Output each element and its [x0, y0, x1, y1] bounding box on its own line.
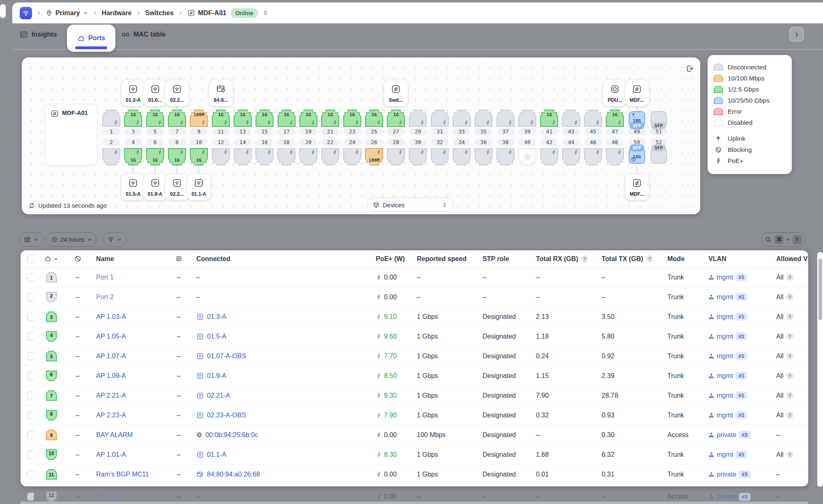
table-row[interactable]: 11–Ram's BGP MC11–84:80:94:a0:26:680.001…	[21, 465, 808, 484]
port-2[interactable]	[102, 148, 120, 165]
breadcrumb-device[interactable]: MDF-A01	[187, 9, 226, 17]
port-47[interactable]: 1G	[606, 110, 624, 127]
device-card[interactable]: 01.1-A	[187, 174, 211, 200]
connected-cell[interactable]: –	[187, 293, 372, 301]
breadcrumb-hardware[interactable]: Hardware	[102, 9, 132, 17]
table-row[interactable]: 4–AP 1.05-A–01.5-A9.601 GbpsDesignated1.…	[21, 327, 808, 346]
row-checkbox[interactable]	[21, 411, 34, 419]
port-25[interactable]: 1G	[365, 110, 383, 127]
port-43[interactable]	[562, 110, 580, 127]
vlan-cell[interactable]: mgmt#1	[704, 273, 772, 281]
device-card[interactable]: 02.2...	[165, 80, 189, 106]
row-checkbox[interactable]	[21, 332, 34, 341]
device-card[interactable]: 01.9-A	[143, 174, 167, 200]
table-row[interactable]: 10–AP 1.01-A–01.1-A8.301 GbpsDesignated1…	[21, 445, 808, 465]
device-card[interactable]: 01.5-A	[121, 174, 145, 200]
device-card[interactable]: 01.3-A	[121, 80, 145, 106]
vlan-cell[interactable]: mgmt#1	[704, 451, 772, 458]
device-switcher-icon[interactable]	[262, 10, 269, 16]
port-31[interactable]	[431, 110, 449, 127]
port-10[interactable]: 1G	[190, 148, 208, 165]
port-23[interactable]: 1G	[343, 110, 361, 127]
port-19[interactable]: 1G	[299, 110, 317, 127]
port-32[interactable]	[431, 148, 449, 165]
vlan-cell[interactable]: mgmt#1	[704, 372, 772, 380]
port-8[interactable]: 1G	[168, 148, 186, 165]
device-card[interactable]: MDF...	[625, 174, 649, 200]
vlan-cell[interactable]: mgmt#1	[704, 332, 772, 340]
table-row[interactable]: 8–AP 2.23-A–02.23-A-OBS7.901 GbpsDesigna…	[21, 405, 808, 425]
port-35[interactable]	[474, 110, 492, 127]
connected-cell[interactable]: 84:80:94:a0:26:68	[187, 471, 372, 478]
port-40[interactable]	[518, 148, 536, 165]
port-24[interactable]	[343, 148, 361, 165]
port-12[interactable]	[212, 148, 230, 165]
columns-button[interactable]	[19, 232, 44, 247]
port-26[interactable]: 100M	[365, 148, 383, 165]
row-checkbox[interactable]	[21, 313, 34, 321]
filter-button[interactable]	[103, 232, 127, 247]
select-all-checkbox[interactable]	[21, 255, 34, 263]
port-41[interactable]: 1G	[540, 110, 558, 127]
vlan-cell[interactable]: mgmt#1	[704, 392, 772, 399]
unifi-logo[interactable]	[20, 7, 32, 19]
port-34[interactable]	[453, 148, 471, 165]
tabs-next-button[interactable]	[789, 27, 804, 41]
port-name-link[interactable]: BAY ALARM	[86, 431, 170, 439]
port-28[interactable]	[387, 148, 405, 165]
port-22[interactable]	[321, 148, 339, 165]
port-18[interactable]	[278, 148, 296, 165]
row-checkbox[interactable]	[21, 493, 34, 501]
port-name-link[interactable]: AP 1.03-A	[86, 313, 170, 321]
port-39[interactable]	[518, 110, 536, 127]
port-13[interactable]: 1G	[234, 110, 252, 127]
table-row[interactable]: 9–BAY ALARM–⚙00:0b:94:25:6b:0c0.00100 Mb…	[21, 425, 808, 445]
breadcrumb-switches[interactable]: Switches	[145, 9, 174, 17]
row-checkbox[interactable]	[21, 372, 34, 380]
time-range-button[interactable]: 24 hours	[46, 232, 97, 247]
connected-cell[interactable]: 01.9-A	[187, 372, 372, 380]
table-row[interactable]: 3–AP 1.03-A–01.3-A9.101 GbpsDesignated2.…	[21, 307, 808, 327]
port-9[interactable]: 100M	[190, 110, 208, 127]
search-button[interactable]: ⌘ + f	[761, 232, 805, 247]
page-scrollbar[interactable]	[817, 252, 823, 487]
header-port[interactable]	[34, 255, 69, 262]
port-1[interactable]	[102, 110, 120, 127]
device-card[interactable]: Swit...	[384, 80, 408, 106]
port-16[interactable]	[255, 148, 274, 165]
connected-cell[interactable]: 02.21-A	[187, 392, 372, 399]
table-row[interactable]: 2–Port 2––0.00––––Trunkmgmt#1All?	[21, 287, 808, 307]
port-37[interactable]	[497, 110, 515, 127]
port-name-link[interactable]: Port 2	[86, 293, 170, 301]
port-name-link[interactable]: Ram's BGP MC11	[86, 471, 170, 478]
device-card[interactable]: MDF...	[625, 80, 649, 106]
port-4[interactable]: 1G	[124, 148, 142, 165]
device-card[interactable]: 02.2...	[165, 174, 189, 200]
scrollbar-thumb[interactable]	[818, 259, 822, 320]
port-17[interactable]: 1G	[278, 110, 296, 127]
port-6[interactable]: 1G	[146, 148, 164, 165]
port-name-link[interactable]: AP 2.23-A	[86, 412, 170, 419]
port-42[interactable]	[540, 148, 558, 165]
table-row[interactable]: 5–AP 1.07-A–01.07-A-OBS7.701 GbpsDesigna…	[21, 346, 808, 366]
port-46[interactable]	[584, 148, 602, 165]
port-name-link[interactable]: AP 1.09-A	[86, 372, 170, 380]
port-33[interactable]	[453, 110, 471, 127]
port-name-link[interactable]: Port 1	[86, 274, 170, 281]
table-row[interactable]: 1–Port 1––0.00––––Trunkmgmt#1All?	[21, 268, 808, 287]
connected-cell[interactable]: –	[187, 493, 372, 500]
port-30[interactable]	[409, 148, 427, 165]
row-checkbox[interactable]	[21, 431, 34, 439]
port-5[interactable]: 1G	[146, 110, 164, 127]
vlan-cell[interactable]: private#3	[704, 431, 772, 439]
vlan-cell[interactable]: private#3	[704, 470, 772, 478]
row-checkbox[interactable]	[21, 352, 34, 360]
row-checkbox[interactable]	[21, 451, 34, 459]
port-27[interactable]: 1G	[387, 110, 405, 127]
port-44[interactable]	[562, 148, 580, 165]
row-checkbox[interactable]	[21, 392, 34, 400]
connected-cell[interactable]: 02.23-A-OBS	[187, 412, 372, 419]
row-checkbox[interactable]	[21, 273, 34, 282]
device-card[interactable]: PDU...	[603, 80, 627, 106]
port-48[interactable]	[606, 148, 624, 165]
